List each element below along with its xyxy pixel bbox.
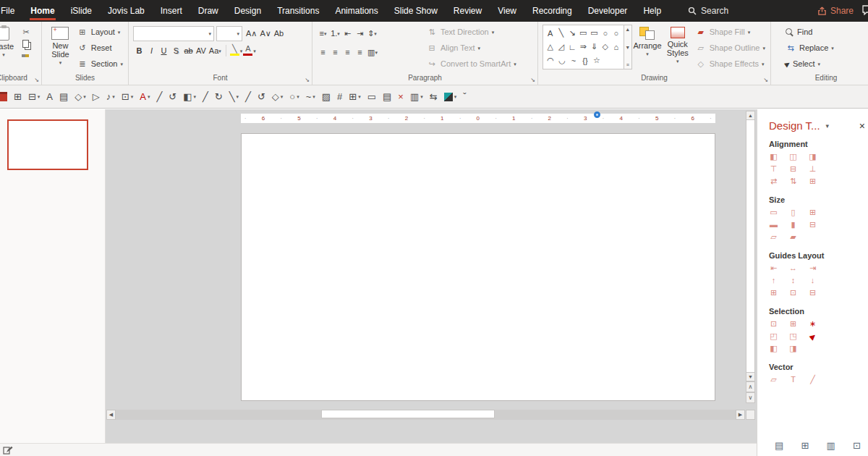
menu-tab-draw[interactable]: Draw [190, 0, 226, 22]
qat-picture-button[interactable]: ▨ [322, 92, 331, 102]
menu-tab-insert[interactable]: Insert [153, 0, 190, 22]
highlight-color-button[interactable]: ╲ [229, 45, 240, 56]
shape-icon[interactable]: ⇓ [589, 42, 600, 51]
share-button[interactable]: Share [817, 6, 854, 16]
qat-toolbar-options-button[interactable]: ˇ [463, 92, 466, 102]
bullets-button[interactable]: ≡▾ [317, 27, 329, 40]
normal-view-icon[interactable]: ▤ [775, 440, 783, 451]
guide-grid-icon[interactable]: ⊞ [769, 288, 778, 297]
qat-audio-button[interactable]: ♪▾ [106, 92, 115, 102]
qat-undo-button[interactable]: ↺ [169, 92, 176, 102]
select-button[interactable]: ▶ Select ▾ [783, 56, 836, 71]
convert-smartart-button[interactable]: ↪ Convert to SmartArt ▾ [424, 56, 519, 71]
guide-left-icon[interactable]: ⇤ [769, 263, 778, 273]
scroll-down-icon[interactable]: ▼ [625, 45, 630, 50]
shape-icon[interactable]: ╲ [556, 28, 566, 38]
menu-tab-file[interactable]: File [0, 0, 22, 22]
select-all-icon[interactable]: ⊞ [788, 319, 798, 329]
vertical-scroll-thumb[interactable] [746, 120, 755, 372]
shape-icon[interactable]: ◡ [556, 56, 568, 65]
distribute-vertical-icon[interactable]: ⇅ [788, 177, 798, 186]
panel-dropdown-icon[interactable]: ▾ [826, 122, 830, 130]
shape-icon[interactable]: ~ [568, 56, 579, 65]
qat-font-color-button[interactable]: A▾ [140, 92, 150, 102]
text-direction-button[interactable]: ⇅ Text Direction ▾ [424, 25, 519, 39]
shrink-font-button[interactable]: A∨ [258, 27, 272, 40]
shape-fill-button[interactable]: ▰ Shape Fill ▾ [693, 25, 767, 39]
decrease-indent-button[interactable]: ⇤ [341, 27, 354, 40]
guide-middle-icon[interactable]: ↕ [788, 276, 798, 285]
shape-icon[interactable]: ◠ [545, 56, 556, 65]
format-painter-icon[interactable] [22, 54, 29, 57]
vector-shape-icon[interactable]: ▱ [769, 375, 778, 384]
shape-icon[interactable]: ○ [600, 29, 610, 38]
scroll-up-icon[interactable]: ▲ [746, 111, 755, 120]
qat-screen-record-button[interactable]: ⊡▾ [122, 92, 133, 102]
qat-ellipse-button[interactable]: ○▾ [289, 92, 299, 102]
paragraph-dialog-launcher-icon[interactable]: ↘ [530, 77, 535, 83]
vector-text-icon[interactable]: T [788, 375, 798, 384]
paste-button[interactable]: Paste ▾ [0, 25, 20, 72]
qat-insert-table-button[interactable]: ⊟▾ [28, 92, 40, 102]
guide-rows-icon[interactable]: ⊟ [808, 288, 817, 297]
slideshow-view-icon[interactable]: ⊡ [853, 440, 861, 451]
shape-gallery-scrollbar[interactable]: ▲ ▼ ≡ [624, 25, 632, 69]
qat-curve-button[interactable]: ~▾ [306, 92, 315, 102]
menu-tab-jovis-lab[interactable]: Jovis Lab [100, 0, 153, 22]
select-invert-icon[interactable]: ◳ [788, 332, 798, 341]
qat-slide-layout-button[interactable]: ▤ [59, 92, 68, 102]
character-spacing-button[interactable]: AV [195, 44, 208, 57]
line-spacing-button[interactable]: ⇕▾ [366, 27, 378, 40]
guide-center-icon[interactable]: ↔ [788, 263, 798, 273]
menu-tab-recording[interactable]: Recording [524, 0, 580, 22]
scroll-left-icon[interactable]: ◀ [106, 410, 116, 420]
qat-chart-button[interactable]: ▥▾ [410, 92, 423, 102]
same-width-icon[interactable]: ▭ [769, 208, 778, 217]
bold-button[interactable]: B [133, 44, 145, 57]
select-group-icon[interactable]: ◰ [769, 332, 778, 341]
qat-shape-outline-button[interactable]: ◇▾ [272, 92, 284, 102]
horizontal-scrollbar[interactable]: ◀ ▶ [106, 410, 745, 420]
drawing-dialog-launcher-icon[interactable]: ↘ [763, 77, 768, 83]
align-to-slide-icon[interactable]: ⊞ [808, 177, 817, 186]
shape-icon[interactable]: A [545, 29, 556, 38]
find-button[interactable]: Find [783, 25, 836, 39]
section-button[interactable]: ≣ Section ▾ [75, 56, 125, 71]
menu-tab-slide-show[interactable]: Slide Show [386, 0, 446, 22]
menu-tab-design[interactable]: Design [226, 0, 269, 22]
guide-right-icon[interactable]: ⇥ [808, 263, 817, 273]
select-right-icon[interactable]: ◨ [788, 344, 798, 353]
select-left-icon[interactable]: ◧ [769, 344, 778, 353]
underline-button[interactable]: U [158, 44, 170, 57]
menu-tab-transitions[interactable]: Transitions [269, 0, 327, 22]
same-height-icon[interactable]: ▯ [788, 208, 798, 217]
horizontal-scroll-thumb[interactable] [321, 410, 495, 418]
select-special-icon[interactable]: ∗ [808, 319, 817, 329]
guide-cell-icon[interactable]: ⊡ [788, 288, 798, 297]
notes-pencil-icon[interactable] [3, 446, 13, 455]
shape-icon[interactable]: ⌂ [610, 43, 621, 51]
shape-effects-button[interactable]: ◇ Shape Effects ▾ [693, 56, 767, 71]
align-center-icon[interactable]: ◫ [788, 152, 798, 161]
align-left-button[interactable]: ≡ [317, 46, 329, 59]
replace-button[interactable]: ⇆ Replace ▾ [783, 41, 836, 55]
menu-tab-home[interactable]: Home [22, 0, 62, 22]
shape-icon[interactable]: ▭ [589, 28, 600, 38]
qat-send-forward-button[interactable]: ▷ [93, 92, 100, 102]
menu-tab-islide[interactable]: iSlide [63, 0, 100, 22]
shape-icon[interactable]: ○ [610, 29, 621, 38]
vertical-scrollbar[interactable]: ▲ ▼ ∧ ∨ [746, 111, 755, 403]
shape-icon[interactable]: ↘ [566, 28, 577, 38]
qat-insert-shapes-button[interactable]: ◇▾ [75, 92, 86, 102]
menu-tab-review[interactable]: Review [446, 0, 490, 22]
change-case-button[interactable]: Aa▾ [208, 44, 223, 57]
new-slide-button[interactable]: New Slide ▾ [46, 25, 75, 72]
italic-button[interactable]: I [145, 44, 158, 57]
panel-close-icon[interactable]: × [859, 120, 865, 132]
cut-icon[interactable]: ✂ [20, 26, 32, 38]
qat-active-file-button[interactable] [0, 92, 7, 101]
qat-crop-button[interactable]: # [337, 92, 342, 102]
qat-rotate-button[interactable]: ↺ [258, 92, 265, 102]
shape-icon[interactable]: ◇ [600, 42, 610, 51]
qat-cell-borders-button[interactable]: ⊞▾ [349, 92, 360, 102]
